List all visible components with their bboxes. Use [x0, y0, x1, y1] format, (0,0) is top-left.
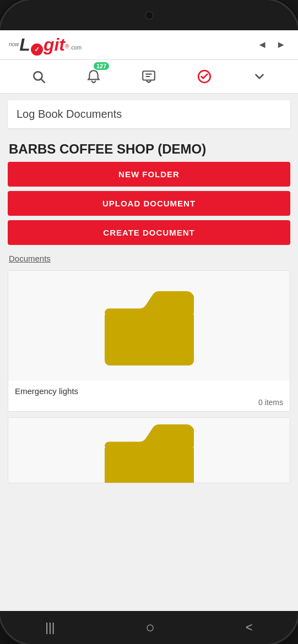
messages-button[interactable] — [138, 66, 160, 88]
menu-button[interactable]: ||| — [45, 620, 55, 635]
svg-rect-2 — [143, 71, 155, 80]
logo-area: now L git ® .com — [9, 35, 82, 55]
folder-icon-2 — [100, 418, 199, 483]
notifications-button[interactable]: 127 — [83, 66, 105, 88]
content-area[interactable]: Log Book Documents BARBS COFFEE SHOP (DE… — [0, 94, 298, 611]
notifications-badge: 127 — [94, 62, 109, 70]
folder-card[interactable]: Emergency lights 0 items — [8, 270, 290, 412]
back-button[interactable]: < — [246, 620, 253, 635]
dropdown-button[interactable] — [248, 66, 270, 88]
folder-icon — [100, 285, 199, 367]
folder-icon-area-2 — [8, 418, 290, 483]
icon-bar: 127 — [0, 60, 298, 94]
page-title-card: Log Book Documents — [8, 100, 290, 128]
logit-logo: now L git ® .com — [9, 35, 82, 55]
profile-button[interactable] — [193, 66, 215, 88]
search-button[interactable] — [28, 66, 50, 88]
documents-link[interactable]: Documents — [9, 254, 51, 263]
folder-count: 0 items — [15, 398, 283, 407]
folder-card[interactable] — [8, 417, 290, 483]
logo-l-letter: L — [19, 35, 30, 55]
company-name: BARBS COFFEE SHOP (DEMO) — [0, 135, 298, 162]
folder-grid: Emergency lights 0 items — [0, 270, 298, 483]
new-folder-button[interactable]: NEW FOLDER — [8, 162, 290, 187]
search-icon — [31, 69, 46, 84]
bottom-nav: ||| ○ < — [0, 611, 298, 644]
bell-icon — [86, 69, 101, 84]
nav-back-button[interactable]: ◄ — [254, 37, 270, 53]
header: now L git ® .com ◄ ► — [0, 30, 298, 60]
folder-name: Emergency lights — [15, 386, 283, 396]
logo-dotcom: .com — [69, 45, 82, 51]
logo-ogit: git — [44, 35, 65, 55]
chevron-down-icon — [252, 69, 267, 84]
chat-icon — [142, 69, 156, 84]
phone-top — [0, 0, 298, 30]
svg-line-1 — [41, 79, 45, 83]
upload-document-button[interactable]: UPLOAD DOCUMENT — [8, 191, 290, 216]
svg-rect-6 — [105, 311, 194, 365]
action-buttons: NEW FOLDER UPLOAD DOCUMENT CREATE DOCUME… — [0, 162, 298, 245]
create-document-button[interactable]: CREATE DOCUMENT — [8, 220, 290, 245]
logo-registered: ® — [65, 43, 69, 50]
page-title: Log Book Documents — [17, 108, 122, 120]
svg-rect-7 — [105, 444, 194, 483]
folder-icon-area — [8, 271, 290, 381]
logo-now: now — [9, 41, 19, 47]
home-button[interactable]: ○ — [145, 619, 155, 636]
phone-frame: now L git ® .com ◄ ► — [0, 0, 298, 644]
nav-forward-button[interactable]: ► — [273, 37, 289, 53]
folder-info: Emergency lights 0 items — [8, 381, 290, 411]
logo-check-icon — [31, 43, 43, 56]
profile-check-icon — [197, 69, 212, 84]
documents-section: Documents — [0, 252, 298, 270]
header-nav: ◄ ► — [254, 37, 289, 53]
camera-notch — [145, 11, 154, 20]
screen: now L git ® .com ◄ ► — [0, 30, 298, 611]
